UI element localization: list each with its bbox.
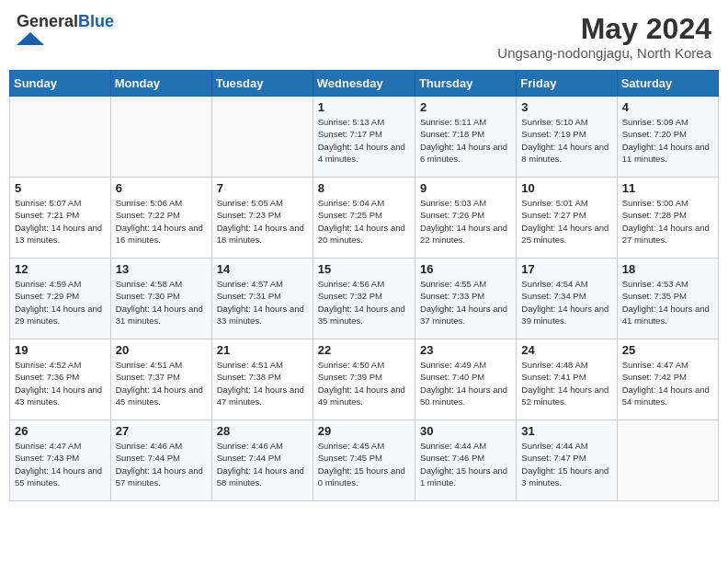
day-number: 10 (521, 181, 611, 195)
day-number: 12 (15, 262, 106, 276)
calendar-cell: 8Sunrise: 5:04 AM Sunset: 7:25 PM Daylig… (313, 178, 415, 259)
day-info: Sunrise: 4:46 AM Sunset: 7:44 PM Dayligh… (217, 440, 308, 488)
calendar-cell: 2Sunrise: 5:11 AM Sunset: 7:18 PM Daylig… (415, 97, 516, 178)
calendar-cell: 9Sunrise: 5:03 AM Sunset: 7:26 PM Daylig… (415, 178, 516, 259)
day-number: 26 (15, 424, 106, 438)
calendar-cell: 31Sunrise: 4:44 AM Sunset: 7:47 PM Dayli… (517, 420, 617, 501)
weekday-header-thursday: Thursday (415, 71, 516, 97)
day-info: Sunrise: 4:44 AM Sunset: 7:46 PM Dayligh… (420, 440, 511, 488)
calendar-cell: 27Sunrise: 4:46 AM Sunset: 7:44 PM Dayli… (110, 420, 211, 501)
logo: GeneralBlue (17, 13, 114, 49)
calendar-cell: 17Sunrise: 4:54 AM Sunset: 7:34 PM Dayli… (517, 259, 617, 339)
month-title: May 2024 (497, 13, 711, 45)
calendar-cell: 16Sunrise: 4:55 AM Sunset: 7:33 PM Dayli… (415, 259, 516, 339)
logo-general: General (17, 12, 78, 30)
weekday-header-tuesday: Tuesday (211, 71, 313, 97)
calendar-cell: 11Sunrise: 5:00 AM Sunset: 7:28 PM Dayli… (617, 178, 718, 259)
day-info: Sunrise: 4:50 AM Sunset: 7:39 PM Dayligh… (318, 359, 410, 408)
calendar-week-row: 12Sunrise: 4:59 AM Sunset: 7:29 PM Dayli… (10, 259, 719, 339)
day-number: 20 (116, 343, 207, 357)
calendar-week-row: 26Sunrise: 4:47 AM Sunset: 7:43 PM Dayli… (10, 420, 719, 501)
day-info: Sunrise: 4:52 AM Sunset: 7:36 PM Dayligh… (15, 359, 106, 408)
day-info: Sunrise: 4:56 AM Sunset: 7:32 PM Dayligh… (318, 278, 410, 327)
calendar-cell: 29Sunrise: 4:45 AM Sunset: 7:45 PM Dayli… (313, 420, 415, 501)
day-info: Sunrise: 4:46 AM Sunset: 7:44 PM Dayligh… (116, 440, 207, 488)
day-info: Sunrise: 4:58 AM Sunset: 7:30 PM Dayligh… (116, 278, 207, 327)
calendar-table: SundayMondayTuesdayWednesdayThursdayFrid… (9, 70, 719, 501)
day-number: 19 (15, 343, 106, 357)
day-info: Sunrise: 5:01 AM Sunset: 7:27 PM Dayligh… (521, 197, 611, 246)
day-info: Sunrise: 5:06 AM Sunset: 7:22 PM Dayligh… (116, 197, 207, 246)
calendar-week-row: 1Sunrise: 5:13 AM Sunset: 7:17 PM Daylig… (10, 97, 719, 178)
calendar-cell: 12Sunrise: 4:59 AM Sunset: 7:29 PM Dayli… (10, 259, 111, 339)
day-info: Sunrise: 5:11 AM Sunset: 7:18 PM Dayligh… (420, 116, 511, 165)
day-number: 4 (622, 100, 713, 114)
day-info: Sunrise: 4:51 AM Sunset: 7:37 PM Dayligh… (116, 359, 207, 408)
day-number: 31 (521, 424, 611, 438)
calendar-cell: 10Sunrise: 5:01 AM Sunset: 7:27 PM Dayli… (517, 178, 617, 259)
calendar-week-row: 5Sunrise: 5:07 AM Sunset: 7:21 PM Daylig… (10, 178, 719, 259)
calendar-cell: 3Sunrise: 5:10 AM Sunset: 7:19 PM Daylig… (517, 97, 617, 178)
calendar-cell (617, 420, 718, 501)
day-info: Sunrise: 4:54 AM Sunset: 7:34 PM Dayligh… (521, 278, 611, 327)
calendar-cell: 6Sunrise: 5:06 AM Sunset: 7:22 PM Daylig… (110, 178, 211, 259)
calendar-week-row: 19Sunrise: 4:52 AM Sunset: 7:36 PM Dayli… (10, 339, 719, 420)
day-number: 23 (420, 343, 511, 357)
svg-marker-0 (17, 32, 44, 45)
calendar-cell: 23Sunrise: 4:49 AM Sunset: 7:40 PM Dayli… (415, 339, 516, 420)
day-info: Sunrise: 4:49 AM Sunset: 7:40 PM Dayligh… (420, 359, 511, 408)
day-info: Sunrise: 4:48 AM Sunset: 7:41 PM Dayligh… (521, 359, 611, 408)
day-info: Sunrise: 5:04 AM Sunset: 7:25 PM Dayligh… (318, 197, 410, 246)
day-number: 18 (622, 262, 713, 276)
calendar-cell (211, 97, 313, 178)
title-block: May 2024 Ungsang-nodongjagu, North Korea (497, 13, 711, 61)
day-info: Sunrise: 4:59 AM Sunset: 7:29 PM Dayligh… (15, 278, 106, 327)
day-number: 15 (318, 262, 410, 276)
day-info: Sunrise: 4:53 AM Sunset: 7:35 PM Dayligh… (622, 278, 713, 327)
location-title: Ungsang-nodongjagu, North Korea (497, 45, 711, 61)
calendar-cell: 1Sunrise: 5:13 AM Sunset: 7:17 PM Daylig… (313, 97, 415, 178)
day-info: Sunrise: 5:03 AM Sunset: 7:26 PM Dayligh… (420, 197, 511, 246)
day-number: 17 (521, 262, 611, 276)
day-info: Sunrise: 4:47 AM Sunset: 7:42 PM Dayligh… (622, 359, 713, 408)
calendar-cell: 19Sunrise: 4:52 AM Sunset: 7:36 PM Dayli… (10, 339, 111, 420)
weekday-header-monday: Monday (110, 71, 211, 97)
day-info: Sunrise: 4:45 AM Sunset: 7:45 PM Dayligh… (318, 440, 410, 488)
weekday-header-sunday: Sunday (10, 71, 111, 97)
calendar-cell (10, 97, 111, 178)
calendar-cell: 24Sunrise: 4:48 AM Sunset: 7:41 PM Dayli… (517, 339, 617, 420)
calendar-cell: 14Sunrise: 4:57 AM Sunset: 7:31 PM Dayli… (211, 259, 313, 339)
day-number: 24 (521, 343, 611, 357)
day-number: 14 (217, 262, 308, 276)
day-number: 11 (622, 181, 713, 195)
calendar-cell: 26Sunrise: 4:47 AM Sunset: 7:43 PM Dayli… (10, 420, 111, 501)
day-info: Sunrise: 4:44 AM Sunset: 7:47 PM Dayligh… (521, 440, 611, 488)
day-number: 1 (318, 100, 410, 114)
day-number: 28 (217, 424, 308, 438)
weekday-header-saturday: Saturday (617, 71, 718, 97)
day-info: Sunrise: 4:47 AM Sunset: 7:43 PM Dayligh… (15, 440, 106, 488)
weekday-header-row: SundayMondayTuesdayWednesdayThursdayFrid… (10, 71, 719, 97)
day-number: 13 (116, 262, 207, 276)
calendar-cell: 13Sunrise: 4:58 AM Sunset: 7:30 PM Dayli… (110, 259, 211, 339)
day-number: 27 (116, 424, 207, 438)
day-info: Sunrise: 5:05 AM Sunset: 7:23 PM Dayligh… (217, 197, 308, 246)
day-info: Sunrise: 5:13 AM Sunset: 7:17 PM Dayligh… (318, 116, 410, 165)
day-number: 7 (217, 181, 308, 195)
page-header: GeneralBlue May 2024 Ungsang-nodongjagu,… (9, 9, 719, 64)
calendar-cell: 18Sunrise: 4:53 AM Sunset: 7:35 PM Dayli… (617, 259, 718, 339)
calendar-cell: 25Sunrise: 4:47 AM Sunset: 7:42 PM Dayli… (617, 339, 718, 420)
day-info: Sunrise: 5:10 AM Sunset: 7:19 PM Dayligh… (521, 116, 611, 165)
calendar-cell: 4Sunrise: 5:09 AM Sunset: 7:20 PM Daylig… (617, 97, 718, 178)
day-number: 29 (318, 424, 410, 438)
calendar-cell: 20Sunrise: 4:51 AM Sunset: 7:37 PM Dayli… (110, 339, 211, 420)
day-number: 21 (217, 343, 308, 357)
day-number: 6 (116, 181, 207, 195)
calendar-cell (110, 97, 211, 178)
day-info: Sunrise: 5:09 AM Sunset: 7:20 PM Dayligh… (622, 116, 713, 165)
day-info: Sunrise: 4:57 AM Sunset: 7:31 PM Dayligh… (217, 278, 308, 327)
calendar-cell: 15Sunrise: 4:56 AM Sunset: 7:32 PM Dayli… (313, 259, 415, 339)
day-info: Sunrise: 5:00 AM Sunset: 7:28 PM Dayligh… (622, 197, 713, 246)
calendar-cell: 30Sunrise: 4:44 AM Sunset: 7:46 PM Dayli… (415, 420, 516, 501)
logo-icon (17, 32, 44, 45)
